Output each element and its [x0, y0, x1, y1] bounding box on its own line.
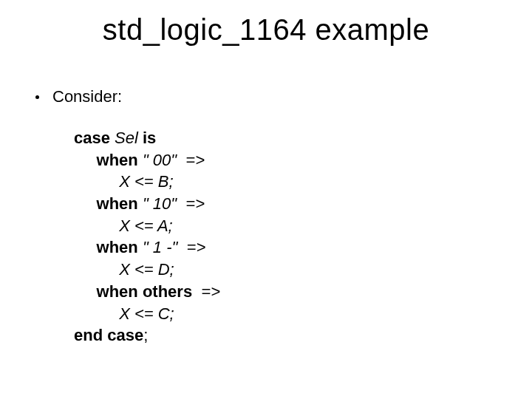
code-arrow: =>: [197, 282, 220, 301]
code-stmt: X <= A;: [119, 216, 173, 235]
page-title: std_logic_1164 example: [0, 13, 532, 47]
kw-case: case: [74, 129, 110, 147]
slide: std_logic_1164 example Consider: case Se…: [0, 0, 532, 399]
code-line: X <= C;: [74, 303, 220, 325]
code-semi: ;: [143, 326, 148, 344]
code-line: when " 10" =>: [74, 193, 220, 215]
indent: [74, 151, 97, 169]
code-literal: " 10": [138, 194, 181, 213]
indent: [74, 194, 97, 213]
code-line: when " 00" =>: [74, 149, 220, 171]
bullet-text: Consider:: [52, 87, 122, 106]
code-line: X <= B;: [74, 171, 220, 193]
kw-when: when: [97, 194, 138, 213]
code-line: X <= A;: [74, 215, 220, 237]
code-line: end case;: [74, 324, 220, 347]
indent: [74, 282, 97, 301]
kw-end-case: end case: [74, 326, 143, 344]
kw-when-others: when others: [97, 282, 197, 301]
indent: [74, 260, 119, 279]
code-ident: Sel: [110, 129, 143, 147]
code-arrow: =>: [182, 238, 205, 256]
bullet-item: Consider:: [35, 87, 122, 106]
code-block: case Sel is when " 00" => X <= B; when "…: [74, 127, 220, 347]
code-arrow: =>: [181, 151, 205, 169]
code-line: when " 1 -" =>: [74, 236, 220, 259]
bullet-dot-icon: [35, 95, 39, 99]
code-literal: " 00": [138, 151, 181, 169]
kw-when: when: [97, 238, 138, 256]
kw-is: is: [143, 129, 156, 147]
indent: [74, 304, 119, 323]
indent: [74, 238, 97, 256]
code-line: case Sel is: [74, 127, 220, 149]
code-literal: " 1 -": [138, 238, 183, 256]
indent: [74, 172, 119, 191]
indent: [74, 216, 119, 235]
code-stmt: X <= B;: [119, 172, 173, 191]
code-stmt: X <= C;: [119, 304, 174, 323]
kw-when: when: [97, 151, 138, 169]
code-arrow: =>: [181, 194, 205, 213]
code-stmt: X <= D;: [119, 260, 174, 279]
code-line: when others =>: [74, 281, 220, 303]
code-line: X <= D;: [74, 259, 220, 281]
